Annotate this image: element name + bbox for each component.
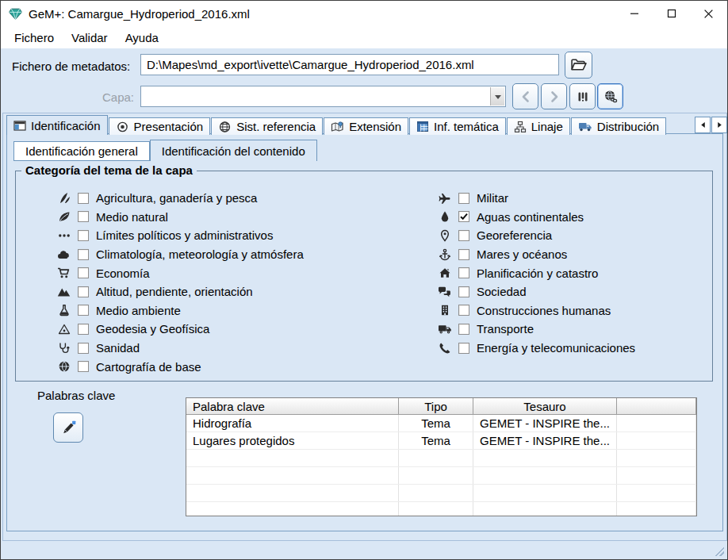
category-checkbox[interactable]: [78, 286, 89, 297]
menu-item-validar[interactable]: Validar: [63, 28, 117, 48]
maximize-button[interactable]: [653, 1, 690, 26]
category-column-right: MilitarAguas continentalesGeoreferenciaM…: [437, 189, 635, 357]
tab-linaje[interactable]: Linaje: [507, 117, 570, 135]
category-label: Sanidad: [96, 341, 140, 355]
category-checkbox[interactable]: [458, 324, 469, 335]
table-cell: [473, 502, 617, 516]
category-row: Agricultura, ganadería y pesca: [56, 189, 304, 208]
category-checkbox[interactable]: [78, 249, 89, 260]
layer-list-button[interactable]: [569, 83, 596, 109]
tab-presentaci-n[interactable]: Presentación: [109, 117, 211, 135]
table-cell: GEMET - INSPIRE the...: [473, 432, 617, 449]
layer-label: Capa:: [94, 90, 134, 104]
previous-layer-button[interactable]: [512, 83, 538, 109]
tab-label: Presentación: [134, 120, 204, 133]
table-row[interactable]: HidrografíaTemaGEMET - INSPIRE the...: [186, 415, 696, 432]
check-icon: [459, 212, 469, 221]
tabs-scroll-right-button[interactable]: [711, 117, 727, 133]
table-cell: GEMET - INSPIRE the...: [473, 415, 617, 432]
mountain-icon: [57, 286, 71, 298]
table-cell: Lugares protegidos: [186, 432, 399, 449]
table-row-empty[interactable]: [186, 450, 696, 467]
category-row: Transporte: [437, 320, 635, 339]
table-cell: Tema: [399, 415, 473, 432]
main-tabstrip: IdentificaciónPresentaciónSist. referenc…: [6, 115, 666, 135]
tab-distribuci-n[interactable]: Distribución: [571, 117, 666, 135]
web-service-button[interactable]: [597, 83, 623, 109]
globe-link-icon: [603, 90, 618, 103]
category-label: Mares y océanos: [477, 247, 567, 261]
category-label: Construcciones humanas: [477, 304, 611, 317]
table-cell: [617, 450, 696, 466]
menu-item-ayuda[interactable]: Ayuda: [117, 28, 167, 48]
cloud-icon: [57, 248, 71, 261]
category-label: Climatología, meteorología y atmósfera: [96, 247, 304, 261]
category-checkbox[interactable]: [78, 361, 89, 372]
menubar: FicheroValidarAyuda: [1, 26, 727, 48]
category-checkbox[interactable]: [458, 193, 469, 204]
category-checkbox[interactable]: [458, 267, 469, 278]
table-row[interactable]: Lugares protegidosTemaGEMET - INSPIRE th…: [186, 432, 696, 450]
table-cell: [473, 485, 617, 501]
category-checkbox[interactable]: [458, 230, 469, 241]
edit-keywords-button[interactable]: [53, 412, 83, 443]
column-header[interactable]: [617, 398, 696, 414]
subtab-0[interactable]: Identificación general: [13, 141, 150, 161]
category-checkbox[interactable]: [458, 343, 469, 354]
category-row: Altitud, pendiente, orientación: [56, 282, 304, 301]
category-label: Medio natural: [96, 210, 168, 224]
category-checkbox[interactable]: [78, 193, 89, 204]
category-checkbox[interactable]: [458, 286, 469, 297]
truck-blue-icon: [578, 121, 592, 132]
menu-item-fichero[interactable]: Fichero: [6, 28, 63, 48]
subtab-1[interactable]: Identificación del contenido: [150, 140, 317, 161]
resize-grip[interactable]: [714, 546, 724, 556]
category-label: Geodesia y Geofísica: [96, 322, 209, 336]
tab-label: Extensión: [349, 120, 401, 133]
category-checkbox[interactable]: [78, 305, 89, 316]
next-layer-button[interactable]: [541, 83, 567, 109]
table-cell: [186, 450, 399, 466]
triangle-left-icon: [699, 121, 707, 128]
keywords-table[interactable]: Palabra claveTipoTesauro HidrografíaTema…: [186, 397, 697, 516]
plane-icon: [438, 192, 451, 205]
layer-combobox[interactable]: [140, 86, 506, 107]
globe-grid-icon: [218, 121, 232, 133]
cart-icon: [57, 267, 71, 279]
tab-inf-tem-tica[interactable]: Inf. temática: [409, 117, 506, 135]
tab-identificaci-n[interactable]: Identificación: [6, 115, 108, 135]
tab-sist-referencia[interactable]: Sist. referencia: [211, 117, 323, 135]
category-checkbox[interactable]: [458, 249, 469, 260]
table-cell: [617, 502, 696, 516]
category-checkbox[interactable]: [78, 324, 89, 335]
table-cell: [186, 485, 399, 501]
category-checkbox[interactable]: [78, 267, 89, 278]
column-header[interactable]: Tipo: [399, 398, 473, 414]
category-checkbox[interactable]: [78, 230, 89, 241]
tabs-scroll-left-button[interactable]: [695, 117, 711, 133]
close-button[interactable]: [690, 1, 727, 26]
column-header[interactable]: Palabra clave: [186, 398, 399, 414]
table-cell: [186, 502, 399, 516]
browse-file-button[interactable]: [565, 52, 592, 79]
table-row-empty[interactable]: [186, 467, 696, 485]
category-checkbox[interactable]: [458, 305, 469, 316]
minimize-button[interactable]: [615, 1, 653, 26]
bars-icon: [577, 90, 589, 103]
table-cell: Hidrografía: [186, 415, 399, 432]
category-checkbox[interactable]: [78, 211, 89, 222]
category-row: Geodesia y Geofísica: [56, 320, 304, 339]
minimize-icon: [630, 9, 639, 18]
tab-extensi-n[interactable]: Extensión: [324, 117, 408, 135]
phone-icon: [439, 342, 451, 355]
triangle-dot-icon: [58, 323, 71, 336]
category-checkbox[interactable]: [458, 211, 469, 222]
table-row-empty[interactable]: [186, 485, 696, 502]
column-header[interactable]: Tesauro: [473, 398, 617, 414]
window-title: GeM+: Camargue_Hydroperiod_2016.xml: [29, 7, 250, 21]
metadata-file-input[interactable]: [140, 54, 559, 75]
table-row-empty[interactable]: [186, 502, 696, 516]
app-window: GeM+: Camargue_Hydroperiod_2016.xml Fich…: [0, 0, 728, 560]
combobox-dropdown-button[interactable]: [490, 87, 504, 105]
category-checkbox[interactable]: [78, 343, 89, 354]
